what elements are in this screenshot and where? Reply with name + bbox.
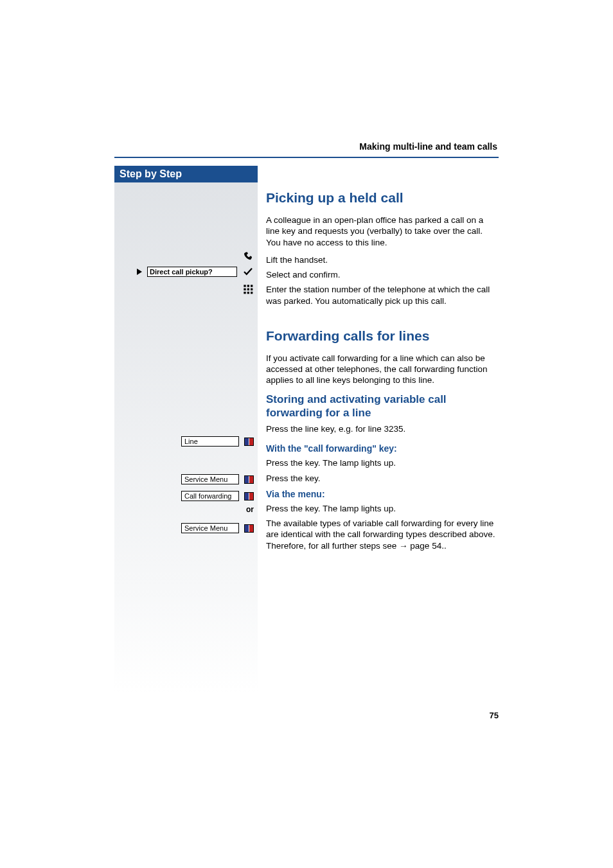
page: Making multi-line and team calls Step by… bbox=[0, 0, 613, 868]
key-service-menu-2[interactable]: Service Menu bbox=[181, 523, 239, 533]
running-header: Making multi-line and team calls bbox=[359, 141, 497, 152]
play-arrow-icon bbox=[137, 269, 142, 275]
side-row-direct-pickup: Direct call pickup? bbox=[114, 266, 258, 278]
selector-direct-pickup[interactable]: Direct call pickup? bbox=[147, 267, 237, 277]
svg-rect-2 bbox=[251, 285, 253, 287]
svg-rect-6 bbox=[244, 292, 245, 294]
text-select-confirm: Select and confirm. bbox=[266, 269, 497, 280]
side-row-call-forwarding: Call forwarding bbox=[114, 491, 258, 501]
side-row-service-menu-2: Service Menu bbox=[114, 523, 258, 533]
svg-rect-7 bbox=[247, 292, 249, 294]
lamp-indicator bbox=[244, 524, 254, 533]
step-sidebar: Step by Step Direct call pickup? bbox=[114, 166, 258, 693]
text-enter-station: Enter the station number of the telephon… bbox=[266, 284, 497, 306]
or-label: or bbox=[246, 505, 254, 514]
svg-rect-1 bbox=[247, 285, 249, 287]
key-service-menu-1[interactable]: Service Menu bbox=[181, 474, 239, 484]
svg-rect-0 bbox=[244, 285, 245, 287]
text-press-key-lamp-2: Press the key. The lamp lights up. bbox=[266, 503, 497, 514]
lamp-indicator bbox=[244, 492, 254, 500]
paragraph-forward-intro: If you activate call forwarding for a li… bbox=[266, 353, 497, 386]
key-call-forwarding[interactable]: Call forwarding bbox=[181, 491, 239, 501]
page-number: 75 bbox=[490, 711, 499, 720]
label-with-cf-key: With the "call forwarding" key: bbox=[266, 443, 497, 454]
check-icon bbox=[242, 266, 254, 278]
heading-pickup: Picking up a held call bbox=[266, 190, 497, 206]
keypad-icon bbox=[242, 283, 254, 295]
svg-rect-3 bbox=[244, 288, 245, 290]
side-row-or: or bbox=[114, 505, 258, 514]
sidebar-title: Step by Step bbox=[114, 166, 258, 182]
text-press-line: Press the line key, e.g. for line 3235. bbox=[266, 423, 497, 434]
subheading-store-activate: Storing and activating variable call for… bbox=[266, 393, 497, 420]
label-via-menu: Via the menu: bbox=[266, 489, 497, 499]
text-press-key: Press the key. bbox=[266, 473, 497, 484]
handset-icon bbox=[242, 251, 254, 262]
key-line[interactable]: Line bbox=[181, 436, 239, 447]
content-column: Picking up a held call A colleague in an… bbox=[266, 190, 497, 558]
paragraph-available-types: The available types of variable call for… bbox=[266, 518, 497, 551]
svg-rect-4 bbox=[247, 288, 249, 290]
side-row-keypad bbox=[114, 283, 258, 295]
text-press-key-lamp-1: Press the key. The lamp lights up. bbox=[266, 457, 497, 468]
heading-forwarding: Forwarding calls for lines bbox=[266, 328, 497, 344]
svg-rect-8 bbox=[251, 292, 253, 294]
side-row-service-menu-1: Service Menu bbox=[114, 474, 258, 484]
paragraph-pickup-intro: A colleague in an open-plan office has p… bbox=[266, 215, 497, 248]
lamp-indicator bbox=[244, 475, 254, 484]
svg-rect-5 bbox=[251, 288, 253, 290]
text-lift-handset: Lift the handset. bbox=[266, 254, 497, 265]
side-row-handset bbox=[114, 251, 258, 262]
header-rule bbox=[114, 157, 499, 158]
side-row-line-key: Line bbox=[114, 436, 258, 447]
lamp-indicator bbox=[244, 438, 254, 446]
